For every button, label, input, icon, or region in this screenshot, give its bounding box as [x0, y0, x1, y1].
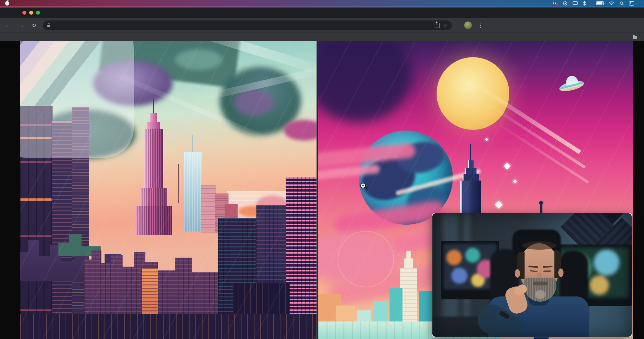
bookmark-star-icon[interactable]: ☆: [443, 22, 447, 29]
bookmarks-divider: [624, 34, 624, 40]
lock-icon[interactable]: [47, 25, 50, 27]
poster-left-new-york[interactable]: [20, 41, 316, 339]
status-circle-icon[interactable]: [563, 1, 567, 6]
zoom-window-button[interactable]: [36, 11, 40, 15]
minimize-window-button[interactable]: [29, 11, 33, 15]
browser-content: [0, 41, 644, 339]
forward-button[interactable]: →: [17, 22, 25, 29]
zoom-out-cursor: [360, 183, 369, 191]
poster-divider: [316, 41, 317, 339]
profile-avatar[interactable]: [464, 21, 472, 29]
screen-record-icon[interactable]: [553, 1, 558, 6]
back-button[interactable]: ←: [4, 22, 12, 29]
vignette: [432, 213, 632, 337]
screen: { "menubar": { "app_name": "Chrome", "it…: [0, 0, 644, 339]
browser-toolbar: ← → ↻ ☆ ⋮: [0, 18, 644, 32]
share-icon[interactable]: [435, 23, 440, 28]
bookmarks-bar: [0, 32, 644, 41]
webcam-overlay: [432, 213, 632, 337]
watermark-card: [20, 41, 134, 158]
magnifier-handle: [365, 186, 368, 189]
display-icon[interactable]: [573, 1, 578, 5]
wifi-icon[interactable]: [609, 1, 614, 5]
chrome-menu-icon[interactable]: ⋮: [477, 22, 484, 29]
battery-icon[interactable]: [596, 1, 604, 5]
close-window-button[interactable]: [22, 11, 26, 15]
bluetooth-icon[interactable]: [583, 1, 586, 6]
folder-icon: [633, 36, 637, 39]
user-switcher-icon[interactable]: [629, 1, 634, 6]
window-controls: [22, 11, 40, 15]
other-bookmarks-folder[interactable]: [633, 35, 639, 39]
address-bar[interactable]: ☆: [43, 20, 452, 30]
new-tab-button[interactable]: [51, 8, 60, 18]
spotlight-search-icon[interactable]: [620, 1, 624, 6]
apple-menu-icon[interactable]: [5, 1, 9, 6]
reload-button[interactable]: ↻: [30, 22, 38, 29]
tab-strip: [0, 7, 644, 18]
macos-menubar: [0, 0, 644, 6]
